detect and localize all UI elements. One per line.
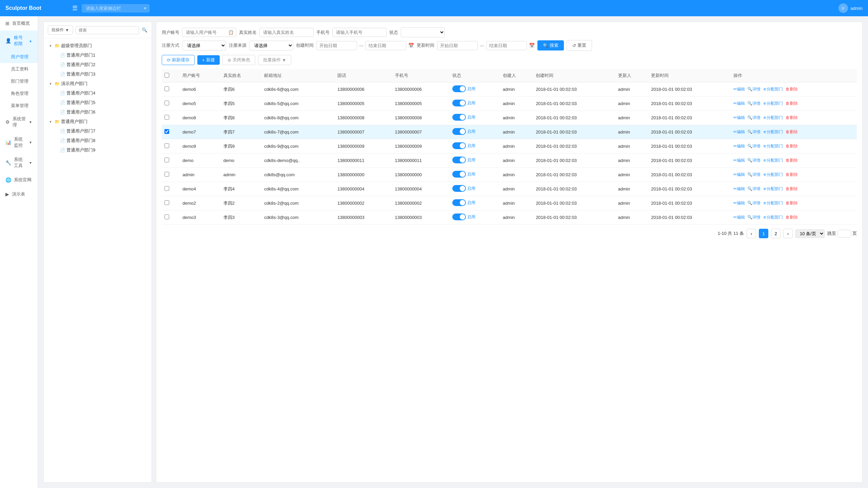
assign-dept-link-5[interactable]: ⊕分配部门 xyxy=(763,158,783,163)
row-checkbox-6[interactable] xyxy=(164,172,169,177)
create-start-input[interactable] xyxy=(316,41,357,50)
status-select[interactable] xyxy=(401,27,445,37)
status-toggle-4[interactable] xyxy=(452,142,466,149)
tree-node-n2[interactable]: 📄 普通用户部门2 xyxy=(44,60,152,69)
tree-node-n3[interactable]: 📄 普通用户部门3 xyxy=(44,69,152,79)
status-toggle-6[interactable] xyxy=(452,171,466,178)
select-all-checkbox[interactable] xyxy=(164,73,169,78)
detail-link-7[interactable]: 🔍详情 xyxy=(747,186,761,191)
detail-link-0[interactable]: 🔍详情 xyxy=(747,87,761,92)
detail-link-1[interactable]: 🔍详情 xyxy=(747,101,761,106)
tree-search-button[interactable]: 🔍 xyxy=(142,27,147,33)
edit-link-1[interactable]: ✏编辑 xyxy=(733,101,745,106)
edit-link-3[interactable]: ✏编辑 xyxy=(733,129,745,134)
tree-node-root[interactable]: ▼ 📁 超级管理员部门 xyxy=(44,41,152,50)
edit-link-8[interactable]: ✏编辑 xyxy=(733,201,745,205)
sidebar-item-auth[interactable]: 👤 账号权限 ▲ xyxy=(0,30,38,51)
sidebar-sub-employee[interactable]: 员工资料 xyxy=(0,63,38,75)
delete-link-2[interactable]: 🗑删除 xyxy=(786,115,798,120)
row-checkbox-2[interactable] xyxy=(164,115,169,120)
status-toggle-2[interactable] xyxy=(452,114,466,121)
tree-node-n7[interactable]: 📄 普通用户部门7 xyxy=(44,126,152,136)
delete-link-7[interactable]: 🗑删除 xyxy=(786,186,798,191)
reg-type-select[interactable]: 请选择 xyxy=(182,41,226,50)
status-toggle-5[interactable] xyxy=(452,157,466,163)
edit-link-0[interactable]: ✏编辑 xyxy=(733,87,745,92)
sidebar-sub-menu[interactable]: 菜单管理 xyxy=(0,100,38,112)
delete-link-6[interactable]: 🗑删除 xyxy=(786,172,798,177)
page-2-button[interactable]: 2 xyxy=(771,229,781,238)
create-end-input[interactable] xyxy=(366,41,406,50)
menu-icon[interactable]: ☰ xyxy=(72,4,78,12)
header-search-input[interactable] xyxy=(82,4,150,13)
tree-node-demo-root[interactable]: ▼ 📁 演示用户部门 xyxy=(44,79,152,88)
detail-link-9[interactable]: 🔍详情 xyxy=(747,215,761,220)
search-button[interactable]: 🔍 搜索 xyxy=(537,40,564,50)
detail-link-3[interactable]: 🔍详情 xyxy=(747,129,761,134)
assign-dept-link-8[interactable]: ⊕分配部门 xyxy=(763,201,783,205)
sidebar-item-website[interactable]: 🌐 系统官网 xyxy=(0,173,38,187)
tree-node-n1[interactable]: 📄 普通用户部门1 xyxy=(44,50,152,60)
delete-link-8[interactable]: 🗑删除 xyxy=(786,201,798,205)
delete-link-4[interactable]: 🗑删除 xyxy=(786,144,798,148)
detail-link-8[interactable]: 🔍详情 xyxy=(747,201,761,205)
row-checkbox-5[interactable] xyxy=(164,158,169,162)
status-toggle-0[interactable] xyxy=(452,85,466,92)
edit-link-9[interactable]: ✏编辑 xyxy=(733,215,745,220)
phone-input[interactable] xyxy=(332,28,387,37)
batch-button[interactable]: 批量操作 ▼ xyxy=(258,55,292,65)
assign-dept-link-9[interactable]: ⊕分配部门 xyxy=(763,215,783,220)
delete-link-0[interactable]: 🗑删除 xyxy=(786,87,798,92)
reg-source-select[interactable]: 请选择 xyxy=(249,41,293,50)
sidebar-item-tools[interactable]: 🔧 系统工具 ▼ xyxy=(0,152,38,173)
assign-dept-link-1[interactable]: ⊕分配部门 xyxy=(763,101,783,106)
next-page-button[interactable]: › xyxy=(783,229,793,238)
refresh-cache-button[interactable]: ⟳ 刷新缓存 xyxy=(162,55,195,65)
assign-dept-link-0[interactable]: ⊕分配部门 xyxy=(763,87,783,92)
tree-node-n8[interactable]: 📄 普通用户部门8 xyxy=(44,136,152,145)
row-checkbox-7[interactable] xyxy=(164,186,169,191)
row-checkbox-1[interactable] xyxy=(164,101,169,105)
page-1-button[interactable]: 1 xyxy=(759,229,768,238)
update-end-input[interactable] xyxy=(486,41,527,50)
sidebar-item-home[interactable]: ⊞ 首页概览 xyxy=(0,16,38,30)
delete-link-9[interactable]: 🗑删除 xyxy=(786,215,798,220)
sidebar-sub-dept[interactable]: 部门管理 xyxy=(0,75,38,87)
detail-link-2[interactable]: 🔍详情 xyxy=(747,115,761,120)
status-toggle-1[interactable] xyxy=(452,100,466,106)
detail-link-6[interactable]: 🔍详情 xyxy=(747,172,761,177)
sidebar-item-demo[interactable]: ▶ 演示表 xyxy=(0,187,38,201)
disable-button[interactable]: ⊘ 关闭角色 xyxy=(222,55,255,65)
new-button[interactable]: + 新建 xyxy=(197,55,220,65)
assign-dept-link-4[interactable]: ⊕分配部门 xyxy=(763,144,783,148)
assign-dept-link-7[interactable]: ⊕分配部门 xyxy=(763,186,783,191)
row-checkbox-8[interactable] xyxy=(164,200,169,205)
status-toggle-9[interactable] xyxy=(452,214,466,220)
assign-dept-link-2[interactable]: ⊕分配部门 xyxy=(763,115,783,120)
edit-link-4[interactable]: ✏编辑 xyxy=(733,144,745,148)
tree-node-normal-root[interactable]: ▼ 📁 普通用户部门 xyxy=(44,117,152,126)
status-toggle-7[interactable] xyxy=(452,185,466,192)
tree-node-n6[interactable]: 📄 普通用户部门6 xyxy=(44,107,152,117)
delete-link-3[interactable]: 🗑删除 xyxy=(786,129,798,134)
edit-link-5[interactable]: ✏编辑 xyxy=(733,158,745,163)
row-checkbox-0[interactable] xyxy=(164,86,169,91)
status-toggle-3[interactable] xyxy=(452,128,466,135)
assign-dept-link-3[interactable]: ⊕分配部门 xyxy=(763,129,783,134)
sidebar-sub-user-mgmt[interactable]: 用户管理 xyxy=(0,51,38,63)
edit-link-2[interactable]: ✏编辑 xyxy=(733,115,745,120)
update-start-input[interactable] xyxy=(437,41,478,50)
tree-node-n9[interactable]: 📄 普通用户部门9 xyxy=(44,145,152,155)
sidebar-sub-role[interactable]: 角色管理 xyxy=(0,87,38,100)
edit-link-6[interactable]: ✏编辑 xyxy=(733,172,745,177)
page-jump-input[interactable] xyxy=(837,230,851,238)
detail-link-4[interactable]: 🔍详情 xyxy=(747,144,761,148)
row-checkbox-9[interactable] xyxy=(164,215,169,219)
tree-node-n4[interactable]: 📄 普通用户部门4 xyxy=(44,88,152,98)
tree-batch-button[interactable]: 批操作 ▼ xyxy=(48,25,73,35)
sidebar-item-system[interactable]: ⚙ 系统管理 ▼ xyxy=(0,112,38,132)
row-checkbox-4[interactable] xyxy=(164,143,169,148)
sidebar-item-monitor[interactable]: 📊 系统监控 ▼ xyxy=(0,132,38,152)
tree-search-input[interactable] xyxy=(76,26,139,34)
tree-node-n5[interactable]: 📄 普通用户部门5 xyxy=(44,98,152,107)
